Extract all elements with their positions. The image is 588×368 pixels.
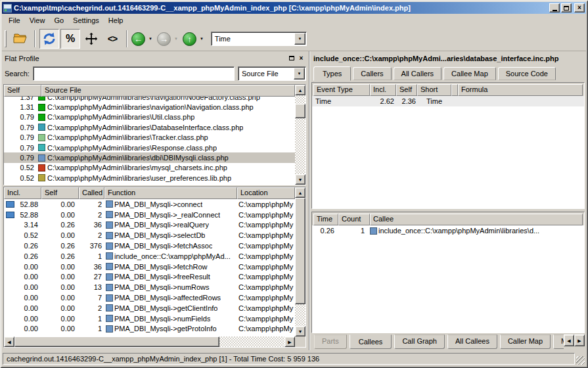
horizontal-scrollbar[interactable]: ◀ ▶	[4, 336, 295, 347]
back-button[interactable]: ←	[131, 32, 145, 46]
minimize-button[interactable]	[549, 3, 560, 12]
detail-tab[interactable]: Callers	[353, 67, 391, 80]
detail-tab[interactable]: Source Code	[498, 67, 556, 80]
percent-toggle-button[interactable]: %	[60, 29, 80, 49]
function-row[interactable]: 0.00 0.00 1 PMA_DBI_Mysqli->numFields C:…	[4, 313, 295, 324]
float-panel-button[interactable]	[286, 54, 296, 63]
scrollbar-track[interactable]	[295, 95, 305, 174]
source-file-row[interactable]: 0.79 C:\xampp\phpMyAdmin\libraries\Datab…	[4, 122, 295, 132]
column-header-incl[interactable]: Incl.	[370, 84, 396, 96]
group-by-combobox[interactable]: Source File ▼	[238, 66, 306, 81]
bottom-tab[interactable]: Caller Map	[500, 334, 551, 349]
menu-item[interactable]: View	[25, 14, 50, 26]
function-row[interactable]: 3.14 0.26 36 PMA_DBI_Mysqli->realQuery C…	[4, 220, 295, 231]
combobox-button[interactable]: ▼	[294, 33, 305, 45]
function-row[interactable]: 52.88 0.00 2 PMA_DBI_Mysqli->_realConnec…	[4, 210, 295, 220]
scrollbar-track[interactable]	[14, 336, 284, 347]
called-count-value: 1	[79, 315, 104, 323]
column-header-function[interactable]: Function	[104, 187, 237, 199]
source-file-row[interactable]: 0.79 C:\xampp\phpMyAdmin\libraries\Respo…	[4, 143, 295, 152]
expand-areas-button[interactable]	[81, 29, 101, 49]
column-header-callee[interactable]: Callee	[370, 214, 583, 225]
source-file-row[interactable]: 1.37 C:\xampp\phpMyAdmin\libraries\navig…	[4, 97, 295, 102]
function-row[interactable]: 0.00 0.00 1 PMA_DBI_Mysqli->getProtoInfo…	[4, 324, 295, 334]
scroll-right-button[interactable]: ▶	[284, 336, 295, 347]
column-header-count[interactable]: Count	[338, 214, 370, 225]
self-cost-value: 0.79	[4, 133, 37, 141]
back-dropdown-arrow[interactable]: ▼	[148, 37, 152, 41]
menu-item[interactable]: Go	[49, 14, 68, 26]
dock-header[interactable]: Flat Profile ×	[2, 51, 309, 64]
scroll-down-button[interactable]: ▼	[295, 174, 305, 185]
close-panel-button[interactable]: ×	[296, 54, 306, 63]
source-file-row[interactable]: 1.31 C:\xampp\phpMyAdmin\libraries\navig…	[4, 102, 295, 112]
open-file-button[interactable]	[11, 29, 30, 49]
tab-scroll-right-button[interactable]: ▶	[574, 334, 585, 346]
callee-row[interactable]: 0.26 1 include_once::C:\xampp\phpMyAdmin…	[312, 225, 584, 236]
combobox-button[interactable]: ▼	[294, 68, 305, 80]
tab-scroll-left-button[interactable]: ◀	[564, 334, 574, 346]
column-header-formula[interactable]: Formula	[458, 84, 583, 96]
scrollbar-thumb[interactable]	[14, 336, 219, 347]
column-header-self[interactable]: Self	[396, 84, 417, 96]
vertical-scrollbar[interactable]: ▲ ▼	[295, 187, 305, 336]
scroll-up-button[interactable]: ▲	[295, 85, 305, 95]
scroll-up-button[interactable]: ▲	[295, 187, 305, 198]
scroll-down-button[interactable]: ▼	[295, 326, 305, 336]
search-input[interactable]	[33, 66, 235, 81]
toolbar-handle[interactable]	[5, 30, 7, 47]
title-bar[interactable]: C:\xampp\tmp\cachegrind.out.1416463299-C…	[2, 2, 586, 14]
column-header-incl[interactable]: Incl.	[4, 187, 41, 199]
column-header-called[interactable]: Called	[79, 187, 104, 199]
up-dropdown-arrow[interactable]: ▼	[200, 37, 204, 41]
function-row[interactable]: 52.88 0.00 2 PMA_DBI_Mysqli->connect C:\…	[4, 199, 295, 210]
source-file-row[interactable]: 0.79 C:\xampp\phpMyAdmin\libraries\dbi\D…	[4, 152, 295, 162]
scroll-left-button[interactable]: ◀	[4, 336, 14, 347]
column-header-source-file[interactable]: Source File	[41, 85, 295, 97]
bottom-tab[interactable]: Call Graph	[394, 334, 445, 349]
detail-tab[interactable]: Types	[313, 66, 351, 81]
column-header-short[interactable]: Short	[417, 84, 451, 96]
source-file-row[interactable]: 0.79 C:\xampp\phpMyAdmin\libraries\Util.…	[4, 112, 295, 122]
bottom-tab[interactable]: All Callees	[447, 334, 497, 349]
function-row[interactable]: 0.00 0.00 27 PMA_DBI_Mysqli->freeResult …	[4, 272, 295, 283]
column-header-event-type[interactable]: Event Type	[313, 84, 370, 96]
scrollbar-thumb[interactable]	[295, 198, 305, 304]
bottom-tab[interactable]: Callees	[350, 334, 392, 349]
function-row[interactable]: 0.00 0.00 36 PMA_DBI_Mysqli->fetchRow C:…	[4, 262, 295, 272]
function-row[interactable]: 0.00 0.00 7 PMA_DBI_Mysqli->affectedRows…	[4, 292, 295, 303]
source-file-row[interactable]: 0.79 C:\xampp\phpMyAdmin\libraries\Track…	[4, 133, 295, 143]
menu-item[interactable]: Settings	[68, 14, 104, 26]
event-type-combobox[interactable]: Time ▼	[211, 32, 307, 46]
forward-button[interactable]: →	[157, 32, 171, 46]
vertical-scrollbar[interactable]: ▲ ▼	[295, 85, 305, 185]
menu-item[interactable]: Help	[104, 14, 128, 26]
function-row[interactable]: 0.00 0.00 2 PMA_DBI_Mysqli->getClientInf…	[4, 303, 295, 313]
maximize-button[interactable]	[561, 3, 572, 12]
function-row[interactable]: 0.00 0.00 13 PMA_DBI_Mysqli->numRows C:\…	[4, 282, 295, 292]
scrollbar-track[interactable]	[295, 198, 305, 326]
relative-cost-toggle-button[interactable]	[39, 29, 59, 49]
function-row[interactable]: 0.52 0.00 2 PMA_DBI_Mysqli->selectDb C:\…	[4, 230, 295, 241]
column-header-location[interactable]: Location	[237, 187, 295, 199]
swap-panels-button[interactable]: <>	[102, 29, 122, 49]
scrollbar-thumb[interactable]	[295, 104, 305, 118]
source-file-row[interactable]: 0.52 C:\xampp\phpMyAdmin\libraries\user_…	[4, 173, 295, 183]
close-button[interactable]: ×	[574, 3, 585, 12]
menu-item[interactable]: File	[4, 14, 25, 26]
function-row[interactable]: 0.26 0.26 376 PMA_DBI_Mysqli->fetchAssoc…	[4, 241, 295, 251]
column-header-self[interactable]: Self	[41, 187, 79, 199]
detail-tab[interactable]: Callee Map	[443, 67, 496, 80]
event-type-row[interactable]: Time 2.62 2.36 Time	[312, 96, 584, 106]
bottom-tab[interactable]: Parts	[314, 334, 347, 349]
column-header-time[interactable]: Time	[313, 214, 338, 225]
column-header-self[interactable]: Self	[4, 85, 41, 97]
forward-dropdown-arrow[interactable]: ▼	[174, 37, 178, 41]
detail-tab[interactable]: All Callers	[394, 67, 442, 80]
up-button[interactable]: ↑	[183, 32, 196, 46]
bottom-tab[interactable]: Machine	[553, 334, 564, 349]
function-row[interactable]: 0.26 0.26 1 include_once::C:\xampp\phpMy…	[4, 251, 295, 262]
search-label: Search:	[5, 70, 30, 78]
resize-grip[interactable]	[576, 356, 585, 365]
source-file-row[interactable]: 0.52 C:\xampp\phpMyAdmin\libraries\mysql…	[4, 163, 295, 173]
